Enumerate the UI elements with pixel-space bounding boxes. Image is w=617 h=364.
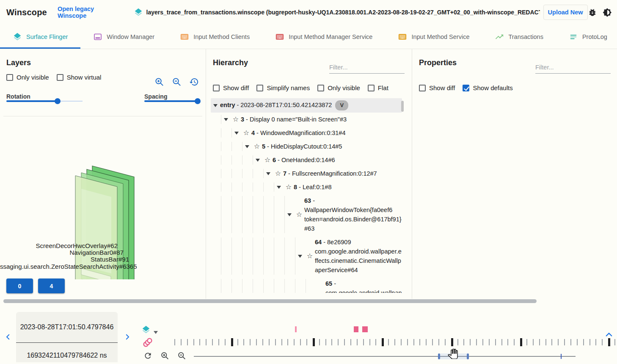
timeline-zoom-in-icon[interactable] bbox=[160, 351, 169, 360]
checkbox-box[interactable] bbox=[463, 85, 469, 91]
range-slider-handle-left[interactable] bbox=[438, 353, 440, 359]
timeline-refresh-icon[interactable] bbox=[143, 351, 152, 360]
tab-transactions[interactable]: Transactions bbox=[482, 25, 556, 49]
tree-node-label[interactable]: 63 - WallpaperWindowToken{fa0eef6 token=… bbox=[304, 196, 402, 233]
pin-star-icon[interactable]: ☆ bbox=[273, 169, 283, 178]
tree-node-label[interactable]: 5 - HideDisplayCutout:0:14#5 bbox=[262, 142, 402, 151]
tree-node-5[interactable]: ☆5 - HideDisplayCutout:0:14#5 bbox=[211, 140, 402, 153]
collapse-caret-icon[interactable] bbox=[253, 157, 262, 163]
checkbox-only-visible[interactable]: Only visible bbox=[6, 74, 49, 81]
collapse-timeline-icon[interactable] bbox=[604, 331, 614, 338]
next-entry-button[interactable] bbox=[124, 331, 131, 342]
zoom-in-icon[interactable] bbox=[154, 77, 164, 87]
transition-marker[interactable] bbox=[295, 326, 297, 332]
pin-star-icon[interactable]: ☆ bbox=[284, 182, 294, 192]
checkbox-box[interactable] bbox=[256, 85, 263, 91]
checkbox-box[interactable] bbox=[213, 85, 220, 91]
pin-star-icon[interactable]: ☆ bbox=[231, 115, 241, 124]
tree-node-label[interactable]: 4 - WindowedMagnification:0:31#4 bbox=[251, 128, 402, 138]
tree-node-3[interactable]: ☆3 - Display 0 name="Built-in Screen"#3 bbox=[211, 113, 402, 126]
transition-marker[interactable] bbox=[354, 326, 358, 332]
layer-label[interactable]: ssaging.ui.search.ZeroStateSearchActivit… bbox=[0, 263, 135, 270]
tree-node-label[interactable]: 8 - Leaf:0:1#8 bbox=[294, 182, 402, 192]
timestamp-human-input[interactable]: 2023-08-28T17:01:50.4797846 bbox=[16, 312, 118, 343]
checkbox-flat[interactable]: Flat bbox=[368, 84, 388, 91]
tree-node-label[interactable]: 3 - Display 0 name="Built-in Screen"#3 bbox=[241, 115, 402, 124]
collapse-caret-icon[interactable] bbox=[274, 185, 284, 190]
tab-surface-flinger[interactable]: Surface Flinger bbox=[0, 25, 80, 49]
layer-label[interactable]: ScreenDecorHwcOverlay#62 bbox=[0, 242, 118, 249]
hierarchy-scrollbar[interactable] bbox=[401, 101, 404, 112]
horizontal-scrollbar[interactable] bbox=[3, 299, 537, 303]
collapse-caret-icon[interactable] bbox=[232, 130, 241, 135]
zoom-out-icon[interactable] bbox=[172, 77, 182, 87]
checkbox-show-virtual[interactable]: Show virtual bbox=[57, 74, 102, 81]
checkbox-simplify-names[interactable]: Simplify names bbox=[256, 84, 310, 91]
collapse-caret-icon[interactable] bbox=[264, 171, 273, 176]
tree-node-8[interactable]: ☆8 - Leaf:0:1#8 bbox=[211, 180, 402, 194]
tree-node-6[interactable]: ☆6 - OneHanded:0:14#6 bbox=[211, 153, 402, 167]
open-legacy-link[interactable]: Open legacy Winscope bbox=[58, 6, 121, 19]
checkbox-box[interactable] bbox=[6, 74, 13, 81]
hierarchy-filter-input[interactable]: Filter... bbox=[329, 63, 405, 74]
pin-star-icon[interactable]: ☆ bbox=[262, 155, 273, 165]
prev-entry-button[interactable] bbox=[4, 331, 12, 342]
checkbox-box[interactable] bbox=[368, 85, 375, 91]
collapse-caret-icon[interactable] bbox=[211, 103, 220, 108]
tree-node-label[interactable]: 64 - 8e26909 com.google.android.wallpape… bbox=[315, 237, 402, 275]
tree-node-65[interactable]: ☆65 - com.google.android.wallpaper.effec… bbox=[211, 277, 402, 293]
rotation-slider-thumb[interactable] bbox=[55, 98, 61, 104]
tree-node-7[interactable]: ☆7 - FullscreenMagnification:0:12#7 bbox=[211, 167, 402, 180]
range-slider-track[interactable] bbox=[194, 356, 576, 357]
timeline-transitions-trace-icon[interactable] bbox=[142, 337, 153, 348]
tree-node-entry[interactable]: entry - 2023-08-28T17:01:50.421423872V bbox=[211, 98, 402, 113]
ruler-tick bbox=[237, 339, 238, 345]
upload-new-button[interactable]: Upload New bbox=[543, 5, 588, 20]
spacing-slider[interactable] bbox=[144, 98, 198, 104]
pin-star-icon[interactable]: ☆ bbox=[294, 210, 304, 219]
pin-star-icon[interactable]: ☆ bbox=[252, 142, 262, 151]
checkbox-show-diff[interactable]: Show diff bbox=[419, 84, 455, 91]
tab-input-method-clients[interactable]: Input Method Clients bbox=[167, 25, 262, 49]
timeline-layers-trace-icon[interactable] bbox=[141, 325, 151, 334]
collapse-caret-icon[interactable] bbox=[295, 254, 305, 259]
timestamp-ns-input[interactable]: 1693242110479784622 ns bbox=[16, 343, 118, 364]
trace-selector-caret-icon[interactable] bbox=[153, 328, 158, 333]
checkbox-box[interactable] bbox=[317, 85, 324, 91]
range-slider-handle-right[interactable] bbox=[467, 353, 469, 359]
checkbox-box[interactable] bbox=[57, 74, 63, 81]
tab-protolog[interactable]: ProtoLog bbox=[556, 25, 617, 49]
rotation-slider[interactable] bbox=[6, 98, 83, 104]
layer-label[interactable]: NavigationBar0#87 bbox=[0, 249, 124, 256]
layer-label[interactable]: StatusBar#91 bbox=[0, 256, 129, 263]
timeline-zoom-out-icon[interactable] bbox=[177, 351, 186, 360]
tree-node-label[interactable]: 65 - com.google.android.wallpaper.effect… bbox=[325, 279, 402, 293]
pin-star-icon[interactable]: ☆ bbox=[241, 128, 251, 138]
collapse-caret-icon[interactable] bbox=[221, 117, 231, 122]
tree-node-63[interactable]: ☆63 - WallpaperWindowToken{fa0eef6 token… bbox=[211, 194, 402, 235]
checkbox-show-diff[interactable]: Show diff bbox=[213, 84, 249, 91]
display-button-4[interactable]: 4 bbox=[38, 279, 65, 293]
reset-view-icon[interactable] bbox=[189, 77, 199, 87]
tab-window-manager[interactable]: Window Manager bbox=[80, 25, 167, 49]
ruler-tick bbox=[199, 339, 200, 345]
tree-node-label[interactable]: 7 - FullscreenMagnification:0:12#7 bbox=[283, 169, 402, 178]
bug-report-icon[interactable] bbox=[588, 8, 597, 17]
tree-node-4[interactable]: ☆4 - WindowedMagnification:0:31#4 bbox=[211, 126, 402, 140]
collapse-caret-icon[interactable] bbox=[285, 212, 294, 217]
tab-input-method-manager-service[interactable]: Input Method Manager Service bbox=[262, 25, 385, 49]
spacing-slider-thumb[interactable] bbox=[195, 98, 201, 104]
transition-marker[interactable] bbox=[362, 326, 368, 332]
checkbox-box[interactable] bbox=[419, 85, 426, 91]
display-button-0[interactable]: 0 bbox=[6, 279, 33, 293]
dark-mode-icon[interactable] bbox=[603, 8, 612, 17]
tree-node-label[interactable]: 6 - OneHanded:0:14#6 bbox=[273, 155, 402, 165]
tree-node-64[interactable]: ☆64 - 8e26909 com.google.android.wallpap… bbox=[211, 235, 402, 277]
checkbox-show-defaults[interactable]: Show defaults bbox=[463, 84, 512, 91]
pin-star-icon[interactable]: ☆ bbox=[305, 251, 315, 261]
checkbox-only-visible[interactable]: Only visible bbox=[317, 84, 360, 91]
collapse-caret-icon[interactable] bbox=[242, 144, 252, 149]
properties-filter-input[interactable]: Filter... bbox=[535, 63, 611, 74]
tab-input-method-service[interactable]: Input Method Service bbox=[385, 25, 482, 49]
tree-node-label[interactable]: entry - 2023-08-28T17:01:50.421423872V bbox=[220, 100, 402, 110]
